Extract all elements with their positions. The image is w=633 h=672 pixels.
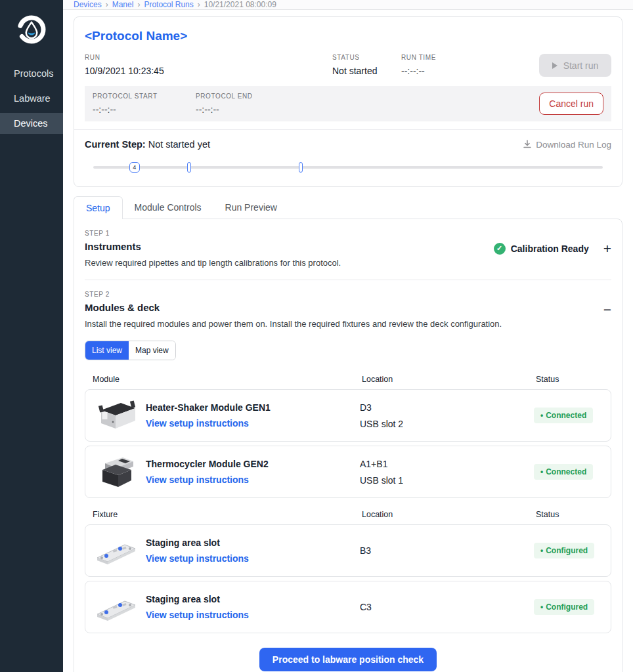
proceed-to-lpc-button[interactable]: Proceed to labware position check xyxy=(259,648,437,671)
current-step-value: Not started yet xyxy=(148,139,210,150)
view-toggle: List view Map view xyxy=(85,341,176,360)
view-setup-instructions-link[interactable]: View setup instructions xyxy=(146,610,360,620)
protocol-name: <Protocol Name> xyxy=(85,29,611,43)
cancel-run-button[interactable]: Cancel run xyxy=(539,93,603,115)
run-timestamp: 10/9/2021 10:23:45 xyxy=(85,66,332,76)
module-location-slot: A1+B1 xyxy=(360,459,534,469)
check-circle-icon: ✓ xyxy=(494,243,506,255)
step1-instruments-section: STEP 1 Instruments Review required pipet… xyxy=(85,230,611,268)
breadcrumb-current-run: 10/21/2021 08:00:09 xyxy=(204,0,276,9)
play-icon xyxy=(552,62,557,69)
status-badge: •Configured xyxy=(534,599,594,615)
staging-area-slot-image xyxy=(93,591,139,623)
status-value: Not started xyxy=(332,66,401,76)
download-run-log-link[interactable]: Download Run Log xyxy=(523,140,611,150)
module-name: Thermocycler Module GEN2 xyxy=(146,459,360,469)
calibration-status: ✓ Calibration Ready xyxy=(494,243,589,255)
progress-marker-badge[interactable]: 4 xyxy=(129,162,140,173)
fixture-table-headers: Fixture Location Status xyxy=(85,510,611,519)
status-dot: • xyxy=(540,602,543,612)
protocol-end-value: --:--:-- xyxy=(196,104,539,115)
module-name: Heater-Shaker Module GEN1 xyxy=(146,402,360,413)
sidebar-item-devices[interactable]: Devices xyxy=(0,113,63,134)
status-dot: • xyxy=(540,411,543,420)
header-divider xyxy=(74,129,622,130)
start-run-button[interactable]: Start run xyxy=(539,54,611,77)
opentrons-logo xyxy=(0,0,63,63)
breadcrumb: Devices › Manel › Protocol Runs › 10/21/… xyxy=(63,0,633,10)
status-column-header: Status xyxy=(536,375,611,384)
module-table-headers: Module Location Status xyxy=(85,375,611,384)
sidebar: Protocols Labware Devices xyxy=(0,0,63,672)
setup-card: STEP 1 Instruments Review required pipet… xyxy=(74,219,622,672)
step2-modules-deck-section: STEP 2 Modules & deck Install the requir… xyxy=(85,291,611,329)
step1-expand-button[interactable]: + xyxy=(603,242,611,255)
view-setup-instructions-link[interactable]: View setup instructions xyxy=(146,418,360,429)
run-header-card: <Protocol Name> RUN 10/9/2021 10:23:45 S… xyxy=(74,16,622,187)
step2-title: Modules & deck xyxy=(85,302,502,313)
calibration-status-label: Calibration Ready xyxy=(511,243,589,254)
download-run-log-label: Download Run Log xyxy=(536,140,611,150)
status-dot: • xyxy=(540,546,543,555)
status-badge: •Configured xyxy=(534,543,594,558)
location-column-header: Location xyxy=(362,510,536,519)
breadcrumb-protocol-runs[interactable]: Protocol Runs xyxy=(144,0,193,9)
view-setup-instructions-link[interactable]: View setup instructions xyxy=(146,553,360,564)
module-row-thermocycler: Thermocycler Module GEN2 View setup inst… xyxy=(85,446,611,498)
step1-title: Instruments xyxy=(85,241,341,252)
thermocycler-module-image xyxy=(93,453,139,490)
fixture-name: Staging area slot xyxy=(146,537,360,548)
view-setup-instructions-link[interactable]: View setup instructions xyxy=(146,474,360,485)
run-info-row: RUN 10/9/2021 10:23:45 STATUS Not starte… xyxy=(85,54,611,77)
fixture-name: Staging area slot xyxy=(146,594,360,604)
start-run-label: Start run xyxy=(563,60,599,71)
step1-label: STEP 1 xyxy=(85,230,341,237)
progress-track[interactable] xyxy=(93,166,603,169)
staging-area-slot-image xyxy=(93,534,139,567)
step2-collapse-button[interactable]: − xyxy=(603,303,611,316)
run-time-label: RUN TIME xyxy=(401,54,539,61)
list-view-button[interactable]: List view xyxy=(85,341,129,360)
progress-marker-tick[interactable] xyxy=(187,162,191,173)
fixture-location-slot: B3 xyxy=(360,545,534,556)
sidebar-item-protocols[interactable]: Protocols xyxy=(0,63,63,84)
module-location-usb: USB slot 1 xyxy=(360,475,534,486)
module-column-header: Module xyxy=(93,375,362,384)
protocol-start-value: --:--:-- xyxy=(93,104,196,115)
status-column-header: Status xyxy=(536,510,611,519)
fixture-location-slot: C3 xyxy=(360,602,534,612)
map-view-button[interactable]: Map view xyxy=(129,341,175,360)
protocol-times-band: PROTOCOL START --:--:-- PROTOCOL END --:… xyxy=(85,86,611,121)
progress-marker-tick[interactable] xyxy=(299,162,303,173)
location-column-header: Location xyxy=(362,375,536,384)
run-label: RUN xyxy=(85,54,332,61)
fixture-row-staging-c3: Staging area slot View setup instruction… xyxy=(85,581,611,633)
status-label: STATUS xyxy=(332,54,401,61)
droplet-logo-icon xyxy=(16,14,47,45)
run-time-value: --:--:-- xyxy=(401,66,539,76)
breadcrumb-devices[interactable]: Devices xyxy=(74,0,102,9)
tab-module-controls[interactable]: Module Controls xyxy=(123,196,213,219)
breadcrumb-robot[interactable]: Manel xyxy=(112,0,134,9)
heater-shaker-module-image xyxy=(93,397,139,434)
tab-run-preview[interactable]: Run Preview xyxy=(213,196,289,219)
main-panel: <Protocol Name> RUN 10/9/2021 10:23:45 S… xyxy=(63,10,633,672)
fixture-row-staging-b3: Staging area slot View setup instruction… xyxy=(85,524,611,577)
fixture-column-header: Fixture xyxy=(93,510,362,519)
status-dot: • xyxy=(540,467,543,476)
tab-bar: Setup Module Controls Run Preview xyxy=(74,196,622,219)
breadcrumb-separator: › xyxy=(198,0,200,9)
module-row-heater-shaker: Heater-Shaker Module GEN1 View setup ins… xyxy=(85,389,611,442)
run-progress-bar: 4 xyxy=(93,161,603,173)
status-badge: •Connected xyxy=(534,408,593,423)
current-step-row: Current Step: Not started yet Download R… xyxy=(85,139,611,150)
status-badge: •Connected xyxy=(534,464,593,480)
step2-description: Install the required modules and power t… xyxy=(85,319,502,329)
module-location-usb: USB slot 2 xyxy=(360,419,534,429)
tab-setup[interactable]: Setup xyxy=(74,196,123,219)
sidebar-item-labware[interactable]: Labware xyxy=(0,88,63,109)
step1-description: Review required pipettes and tip length … xyxy=(85,258,341,268)
protocol-start-label: PROTOCOL START xyxy=(93,93,196,100)
current-step-label: Current Step: xyxy=(85,139,146,150)
module-location-slot: D3 xyxy=(360,402,534,413)
